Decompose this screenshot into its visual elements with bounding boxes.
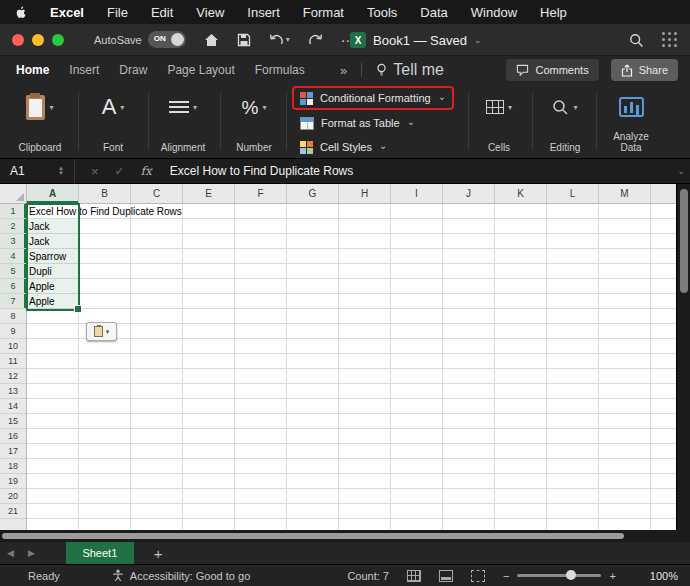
autosave-toggle[interactable]: ON	[148, 31, 186, 48]
row-header-17[interactable]: 17	[0, 444, 26, 459]
menu-item[interactable]: Insert	[247, 5, 280, 20]
row-header-20[interactable]: 20	[0, 489, 26, 504]
row-header-15[interactable]: 15	[0, 414, 26, 429]
row-header-10[interactable]: 10	[0, 339, 26, 354]
alignment-group[interactable]: ▾ Alignment	[152, 89, 214, 153]
menu-item[interactable]: Data	[420, 5, 447, 20]
cells-group[interactable]: ▾ Cells	[474, 89, 524, 153]
horizontal-scrollbar[interactable]	[0, 530, 690, 542]
select-all-corner[interactable]	[0, 184, 27, 204]
conditional-formatting-button[interactable]: Conditional Formatting ⌄	[292, 86, 454, 110]
document-title-cluster[interactable]: X Book1 — Saved ⌄	[350, 24, 482, 56]
zoom-in-button[interactable]: +	[609, 570, 615, 582]
column-header-B[interactable]: B	[79, 184, 131, 203]
ribbon-tab[interactable]: Page Layout	[167, 63, 234, 77]
row-header-3[interactable]: 3	[0, 234, 26, 249]
page-layout-view-icon[interactable]	[439, 570, 453, 582]
menu-item[interactable]: Format	[303, 5, 344, 20]
clipboard-group[interactable]: ▾ Clipboard	[8, 89, 72, 153]
ribbon-tab[interactable]: Insert	[69, 63, 99, 77]
column-header-C[interactable]: C	[131, 184, 183, 203]
column-header-I[interactable]: I	[391, 184, 443, 203]
zoom-slider[interactable]	[517, 574, 601, 577]
horizontal-scrollbar-thumb[interactable]	[2, 533, 624, 539]
cell-styles-button[interactable]: Cell Styles ⌄	[292, 136, 454, 158]
cell-layer[interactable]: Excel How to Find Duplicate RowsJackJack…	[27, 204, 676, 530]
column-header-K[interactable]: K	[495, 184, 547, 203]
vertical-scrollbar-thumb[interactable]	[680, 189, 688, 293]
cell-A5[interactable]: Dupli	[29, 264, 52, 279]
page-break-view-icon[interactable]	[471, 570, 485, 582]
font-group[interactable]: A ▾ Font	[84, 89, 142, 153]
ribbon-tab[interactable]: Formulas	[255, 63, 305, 77]
row-header-1[interactable]: 1	[0, 204, 26, 219]
zoom-window-button[interactable]	[52, 34, 64, 46]
search-button[interactable]	[629, 33, 644, 48]
column-header-L[interactable]: L	[547, 184, 599, 203]
close-window-button[interactable]	[12, 34, 24, 46]
name-box-spinner[interactable]: ▲▼	[58, 166, 64, 176]
row-header-11[interactable]: 11	[0, 354, 26, 369]
column-header-G[interactable]: G	[287, 184, 339, 203]
apple-menu-icon[interactable]	[14, 5, 27, 20]
save-button[interactable]	[237, 33, 251, 47]
sheet-nav-next-icon[interactable]: ▶	[21, 548, 42, 558]
app-grid-icon[interactable]	[662, 32, 678, 48]
menu-item[interactable]: Window	[471, 5, 517, 20]
cell-A1[interactable]: Excel How to Find Duplicate Rows	[29, 204, 182, 219]
editing-group[interactable]: ▾ Editing	[540, 89, 590, 153]
row-header-14[interactable]: 14	[0, 399, 26, 414]
cancel-entry-icon[interactable]: ×	[91, 164, 99, 179]
menu-item[interactable]: Tools	[367, 5, 397, 20]
minimize-window-button[interactable]	[32, 34, 44, 46]
sheet-tab-sheet1[interactable]: Sheet1	[66, 542, 134, 564]
tell-me-button[interactable]: Tell me	[376, 61, 444, 79]
confirm-entry-icon[interactable]: ✓	[115, 164, 125, 178]
cell-A2[interactable]: Jack	[29, 219, 50, 234]
row-header-18[interactable]: 18	[0, 459, 26, 474]
vertical-scrollbar[interactable]	[676, 184, 690, 530]
formula-bar-content[interactable]: Excel How to Find Duplicate Rows	[170, 164, 353, 178]
zoom-slider-thumb[interactable]	[566, 570, 576, 580]
number-group[interactable]: % ▾ Number	[226, 89, 282, 153]
row-header-16[interactable]: 16	[0, 429, 26, 444]
menu-item[interactable]: Help	[540, 5, 567, 20]
cell-A4[interactable]: Sparrow	[29, 249, 66, 264]
row-header-6[interactable]: 6	[0, 279, 26, 294]
row-header-2[interactable]: 2	[0, 219, 26, 234]
formula-bar-expand-icon[interactable]: ⌄	[677, 166, 685, 176]
column-header-A[interactable]: A	[27, 184, 79, 203]
menu-item[interactable]: Excel	[50, 5, 84, 20]
menu-item[interactable]: View	[196, 5, 224, 20]
menu-item[interactable]: Edit	[151, 5, 173, 20]
chevron-down-icon[interactable]: ⌄	[474, 35, 482, 45]
row-header-13[interactable]: 13	[0, 384, 26, 399]
home-button[interactable]	[204, 33, 219, 47]
spreadsheet-grid[interactable]: Excel How to Find Duplicate RowsJackJack…	[0, 184, 676, 530]
format-as-table-button[interactable]: Format as Table ⌄	[292, 112, 454, 134]
row-header-21[interactable]: 21	[0, 504, 26, 519]
cell-A3[interactable]: Jack	[29, 234, 50, 249]
autosave-control[interactable]: AutoSave ON	[94, 31, 186, 48]
comments-button[interactable]: Comments	[506, 59, 598, 81]
share-button[interactable]: Share	[611, 59, 678, 81]
cell-A7[interactable]: Apple	[29, 294, 55, 309]
menu-item[interactable]: File	[107, 5, 128, 20]
ribbon-tab[interactable]: Home	[16, 63, 49, 77]
column-header-F[interactable]: F	[235, 184, 287, 203]
column-header-H[interactable]: H	[339, 184, 391, 203]
ribbon-overflow-button[interactable]: »	[340, 63, 347, 78]
analyze-data-group[interactable]: Analyze Data	[602, 89, 660, 153]
row-header-5[interactable]: 5	[0, 264, 26, 279]
cell-A6[interactable]: Apple	[29, 279, 55, 294]
row-header-19[interactable]: 19	[0, 474, 26, 489]
column-header-E[interactable]: E	[183, 184, 235, 203]
row-header-4[interactable]: 4	[0, 249, 26, 264]
undo-button[interactable]: ▾	[269, 33, 290, 46]
ribbon-tab[interactable]: Draw	[119, 63, 147, 77]
name-box[interactable]: A1	[0, 164, 58, 178]
sheet-nav-prev-icon[interactable]: ◀	[0, 548, 21, 558]
row-header-7[interactable]: 7	[0, 294, 26, 309]
add-sheet-button[interactable]: +	[154, 545, 163, 562]
row-header-9[interactable]: 9	[0, 324, 26, 339]
